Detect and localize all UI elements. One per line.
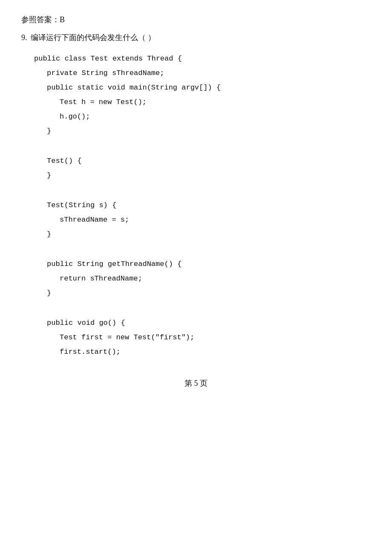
code-line <box>47 139 371 146</box>
code-line: return sThreadName; <box>60 272 371 286</box>
code-line: public void go() { <box>47 316 371 330</box>
code-block: public class Test extends Thread {privat… <box>34 52 371 359</box>
code-line <box>47 191 371 198</box>
code-line: } <box>47 124 371 139</box>
question-text: 编译运行下面的代码会发生什么（ ） <box>31 33 156 42</box>
code-line: h.go(); <box>60 110 371 124</box>
code-line: public class Test extends Thread { <box>34 52 371 66</box>
code-line: Test first = new Test("first"); <box>60 330 371 345</box>
code-line <box>47 242 371 249</box>
code-line: Test h = new Test(); <box>60 95 371 110</box>
code-line <box>47 249 371 257</box>
code-line <box>47 308 371 316</box>
code-line <box>47 301 371 308</box>
reference-answer: 参照答案：B <box>21 13 371 26</box>
code-line: Test(String s) { <box>47 198 371 213</box>
code-line: first.start(); <box>60 345 371 359</box>
code-line: public static void main(String argv[]) { <box>47 81 371 95</box>
reference-answer-text: 参照答案：B <box>21 15 65 24</box>
code-line: } <box>47 286 371 301</box>
page-footer: 第 5 页 <box>21 376 371 390</box>
code-line: public String getThreadName() { <box>47 257 371 272</box>
code-line: private String sThreadName; <box>47 66 371 81</box>
code-line: } <box>47 168 371 183</box>
page-number: 第 5 页 <box>184 379 208 387</box>
question-block: 9. 编译运行下面的代码会发生什么（ ） <box>21 31 371 44</box>
code-line <box>47 183 371 191</box>
code-line: sThreadName = s; <box>60 213 371 227</box>
code-line: Test() { <box>47 154 371 168</box>
code-line: } <box>47 227 371 242</box>
question-number: 9. <box>21 33 27 42</box>
code-line <box>47 146 371 154</box>
